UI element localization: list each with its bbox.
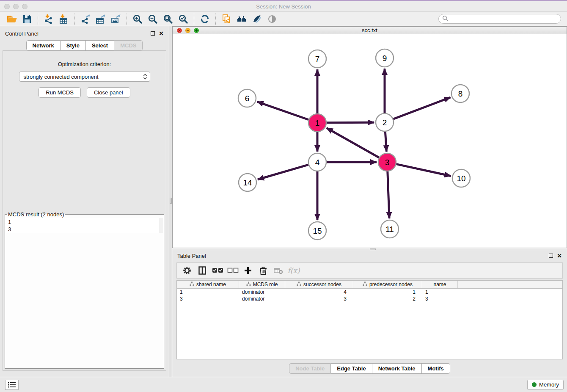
close-panel-button[interactable]: Close panel xyxy=(87,87,130,98)
zoom-in-icon[interactable] xyxy=(131,13,144,25)
node-3[interactable]: 3 xyxy=(378,153,396,171)
node-1[interactable]: 1 xyxy=(308,114,326,132)
vertical-splitter[interactable] xyxy=(169,26,172,377)
close-panel-icon[interactable]: ✕ xyxy=(557,254,562,258)
memory-button[interactable]: Memory xyxy=(527,380,564,390)
main-area: Control Panel ✕ NetworkStyleSelectMCDS O… xyxy=(0,26,567,377)
run-mcds-button[interactable]: Run MCDS xyxy=(39,87,81,98)
tab-edge-table[interactable]: Edge Table xyxy=(331,363,372,374)
table-cell: 1 xyxy=(353,289,422,295)
node-7[interactable]: 7 xyxy=(308,50,326,68)
column-type-icon xyxy=(297,282,301,287)
zoom-selected-icon[interactable] xyxy=(177,13,190,25)
column-header-shared-name[interactable]: shared name xyxy=(177,281,239,288)
node-15[interactable]: 15 xyxy=(308,222,326,240)
node-11[interactable]: 11 xyxy=(381,220,399,238)
export-table-icon[interactable] xyxy=(94,13,107,25)
mcds-result-box: MCDS result (2 nodes) 13 xyxy=(5,211,164,369)
table-cell: 3 xyxy=(177,296,239,302)
toolbar-separator xyxy=(74,14,75,25)
zoom-fit-icon[interactable] xyxy=(162,13,174,25)
dropdown-stepper-icon xyxy=(143,74,147,80)
toolbar-separator xyxy=(215,14,216,25)
edge-1-6[interactable] xyxy=(257,102,309,119)
tab-style[interactable]: Style xyxy=(61,40,86,51)
tab-network-table[interactable]: Network Table xyxy=(372,363,422,374)
gear-icon[interactable] xyxy=(180,264,194,277)
deselect-all-icon[interactable] xyxy=(226,264,239,277)
save-session-icon[interactable] xyxy=(21,13,33,25)
apply-style-icon[interactable] xyxy=(250,13,263,25)
table-cell: 3 xyxy=(285,296,353,302)
select-all-icon[interactable] xyxy=(211,264,224,277)
tab-motifs[interactable]: Motifs xyxy=(422,363,450,374)
right-column: scc.txt 7968124314101511 Table Panel ✕ f… xyxy=(172,26,567,377)
node-10[interactable]: 10 xyxy=(452,169,470,187)
refresh-layout-icon[interactable] xyxy=(198,13,211,25)
node-9[interactable]: 9 xyxy=(376,49,394,67)
column-header-name[interactable]: name xyxy=(422,281,458,288)
table-cell: 4 xyxy=(285,289,353,295)
float-panel-icon[interactable] xyxy=(549,254,553,258)
edge-4-14[interactable] xyxy=(258,165,308,179)
optimization-label: Optimization criterion: xyxy=(3,61,166,67)
first-neighbors-icon[interactable] xyxy=(235,13,248,25)
duplicate-network-icon[interactable] xyxy=(220,13,233,25)
dropdown-value: strongly connected component xyxy=(24,74,99,80)
import-table-icon[interactable] xyxy=(58,13,70,25)
show-hide-icon[interactable] xyxy=(266,13,278,25)
panel-menu-button[interactable] xyxy=(5,380,19,390)
zoom-out-icon[interactable] xyxy=(146,13,159,25)
table-cell: 2 xyxy=(353,296,422,302)
node-6[interactable]: 6 xyxy=(238,89,256,107)
node-4[interactable]: 4 xyxy=(308,153,326,171)
search-box[interactable] xyxy=(438,14,561,24)
splitter-grip[interactable] xyxy=(370,248,376,250)
table-row[interactable]: 3dominator323 xyxy=(177,295,562,302)
network-graph: 7968124314101511 xyxy=(173,34,567,246)
edge-3-11[interactable] xyxy=(388,171,389,218)
mcds-result-textarea[interactable]: 13 xyxy=(6,218,163,233)
node-8[interactable]: 8 xyxy=(451,85,469,102)
edge-2-3[interactable] xyxy=(385,132,386,152)
table-header-row: shared nameMCDS rolesuccessor nodesprede… xyxy=(177,281,562,289)
table-row[interactable]: 1dominator411 xyxy=(177,289,562,295)
table-body: 1dominator4113dominator323 xyxy=(177,289,562,302)
float-panel-icon[interactable] xyxy=(151,31,155,36)
node-label: 8 xyxy=(458,89,463,98)
node-label: 6 xyxy=(245,94,250,103)
node-2[interactable]: 2 xyxy=(376,113,394,131)
open-session-icon[interactable] xyxy=(6,13,18,25)
tab-mcds[interactable]: MCDS xyxy=(114,40,143,51)
optimization-dropdown[interactable]: strongly connected component xyxy=(19,72,150,82)
list-icon xyxy=(8,381,16,388)
column-header-mcds-role[interactable]: MCDS role xyxy=(239,281,285,288)
horizontal-splitter[interactable] xyxy=(172,248,567,251)
tab-network[interactable]: Network xyxy=(26,40,61,51)
node-label: 2 xyxy=(383,118,387,127)
import-network-icon[interactable] xyxy=(42,13,55,25)
close-panel-icon[interactable]: ✕ xyxy=(159,31,164,36)
network-view-window: scc.txt 7968124314101511 xyxy=(172,26,567,248)
edge-3-1[interactable] xyxy=(327,128,379,157)
search-input[interactable] xyxy=(450,16,557,22)
node-14[interactable]: 14 xyxy=(239,174,256,191)
splitter-grip[interactable] xyxy=(170,198,172,204)
edge-1-2[interactable] xyxy=(327,122,374,123)
tab-node-table[interactable]: Node Table xyxy=(289,363,331,374)
export-network-icon[interactable] xyxy=(79,13,92,25)
edge-2-8[interactable] xyxy=(394,97,451,119)
column-header-predecessor-nodes[interactable]: predecessor nodes xyxy=(353,281,422,288)
table-cell: 3 xyxy=(422,296,458,302)
tab-select[interactable]: Select xyxy=(86,40,114,51)
add-row-icon[interactable] xyxy=(241,264,255,277)
result-scrollbar[interactable] xyxy=(160,218,163,233)
columns-icon[interactable] xyxy=(195,264,209,277)
mcds-result-lines: 13 xyxy=(6,218,163,233)
delete-row-icon[interactable] xyxy=(256,264,270,277)
column-header-successor-nodes[interactable]: successor nodes xyxy=(285,281,353,288)
edge-3-10[interactable] xyxy=(396,164,451,176)
network-canvas[interactable]: 7968124314101511 xyxy=(173,34,567,248)
export-image-icon[interactable] xyxy=(110,13,122,25)
mcds-result-title: MCDS result (2 nodes) xyxy=(7,211,65,218)
